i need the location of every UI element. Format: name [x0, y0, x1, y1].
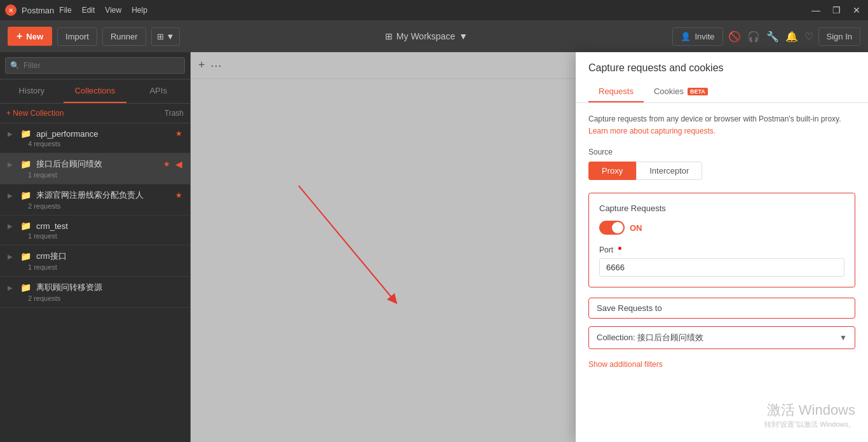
menu-help[interactable]: Help: [132, 6, 147, 15]
folder-icon: 📁: [20, 251, 31, 261]
collection-name: 来源官网注册线索分配负责人: [36, 190, 170, 201]
port-label: Port •: [599, 242, 844, 256]
capture-tabs: Requests Cookies BETA: [588, 81, 855, 102]
capture-body: Capture requests from any device or brow…: [576, 103, 868, 442]
maximize-button[interactable]: ❐: [830, 4, 843, 17]
collection-count: 1 request: [8, 171, 182, 179]
cookies-label: Cookies: [654, 86, 684, 96]
tab-requests[interactable]: Requests: [588, 81, 644, 102]
interceptor-button[interactable]: Interceptor: [636, 162, 702, 180]
main-toolbar: + New Import Runner ⊞ ▼ ⊞ My Workspace ▼…: [0, 20, 868, 52]
sidebar-actions: + New Collection Trash: [0, 104, 190, 123]
collection-name: 离职顾问转移资源: [36, 282, 182, 293]
toolbar-center: ⊞ My Workspace ▼: [185, 31, 667, 41]
collection-selector[interactable]: Collection: 接口后台顾问绩效 ▼: [588, 326, 855, 349]
menu-edit[interactable]: Edit: [82, 6, 95, 15]
headphone-icon[interactable]: 🎧: [747, 31, 760, 43]
watermark-line2: 转到"设置"以激活 Windows。: [764, 420, 856, 429]
workspace-chevron-icon: ▼: [459, 31, 468, 41]
collection-selector-text: Collection: 接口后台顾问绩效: [597, 332, 703, 343]
person-icon: 👤: [681, 32, 691, 41]
tab-cookies[interactable]: Cookies BETA: [644, 81, 718, 102]
expand-arrow-icon: ▶: [8, 284, 15, 291]
app-name: Postman: [22, 6, 54, 15]
list-item[interactable]: ▶ 📁 来源官网注册线索分配负责人 ★ 2 requests: [0, 184, 190, 216]
menu-bar: File Edit View Help: [59, 6, 147, 15]
tab-apis[interactable]: APIs: [126, 79, 190, 103]
main-layout: 🔍 History Collections APIs + New Collect…: [0, 52, 868, 442]
trash-button[interactable]: Trash: [165, 109, 184, 118]
sidebar-search-area: 🔍: [0, 52, 190, 79]
runner-button[interactable]: Runner: [102, 27, 146, 46]
dropdown-chevron-icon: ▼: [839, 333, 847, 342]
signin-button[interactable]: Sign In: [818, 27, 860, 46]
source-label: Source: [588, 148, 855, 156]
collection-count: 1 request: [8, 232, 182, 240]
workspace-label: My Workspace: [397, 31, 455, 41]
new-button[interactable]: + New: [8, 27, 52, 46]
collection-row: ▶ 📁 api_performance ★: [8, 128, 182, 139]
heart-icon[interactable]: ♡: [804, 31, 813, 43]
postman-logo: [5, 4, 17, 16]
collection-name: crm_test: [36, 221, 182, 231]
collection-count: 1 request: [8, 263, 182, 271]
tab-collections[interactable]: Collections: [64, 79, 127, 103]
show-filters-link[interactable]: Show additional filters: [588, 360, 663, 369]
close-button[interactable]: ✕: [850, 4, 863, 17]
learn-more-link[interactable]: Learn more about capturing requests.: [588, 127, 715, 135]
menu-file[interactable]: File: [59, 6, 71, 15]
toolbar-right: 👤 Invite 🚫 🎧 🔧 🔔 ♡ Sign In: [672, 27, 860, 46]
list-item[interactable]: ▶ 📁 接口后台顾问绩效 ★ ◀ 1 request: [0, 153, 190, 184]
collection-name: crm接口: [36, 251, 182, 262]
expand-arrow-icon: ▶: [8, 192, 15, 199]
workspace-button[interactable]: ⊞ My Workspace ▼: [385, 31, 468, 41]
list-item[interactable]: ▶ 📁 crm接口 1 request: [0, 245, 190, 277]
proxy-button[interactable]: Proxy: [588, 162, 636, 180]
bell-icon[interactable]: 🔔: [785, 31, 798, 43]
port-input[interactable]: [599, 258, 844, 277]
new-collection-button[interactable]: + New Collection: [6, 109, 64, 118]
expand-arrow-icon: ▶: [8, 130, 15, 137]
list-item[interactable]: ▶ 📁 crm_test 1 request: [0, 216, 190, 245]
builder-button[interactable]: ⊞ ▼: [151, 27, 180, 46]
window-controls: — ❐ ✕: [810, 4, 863, 17]
toggle-knob: [612, 222, 623, 233]
capture-panel: Capture requests and cookies Requests Co…: [576, 52, 868, 442]
tab-history[interactable]: History: [0, 79, 64, 103]
source-buttons: Proxy Interceptor: [588, 162, 855, 180]
import-button[interactable]: Import: [57, 27, 97, 46]
folder-icon: 📁: [20, 282, 31, 293]
eye-slash-icon[interactable]: 🚫: [728, 31, 741, 43]
sidebar-tabs: History Collections APIs: [0, 79, 190, 104]
list-item[interactable]: ▶ 📁 api_performance ★ 4 requests: [0, 123, 190, 153]
red-arrow-icon: ◀: [175, 159, 182, 169]
watermark-line1: 激活 Windows: [764, 401, 856, 420]
capture-title: Capture requests and cookies: [588, 62, 855, 74]
beta-badge: BETA: [688, 88, 708, 95]
collections-list: ▶ 📁 api_performance ★ 4 requests ▶ 📁 接口后…: [0, 123, 190, 442]
folder-icon: 📁: [20, 221, 31, 231]
toggle-on-label: ON: [630, 223, 642, 233]
capture-toggle[interactable]: [599, 221, 625, 235]
invite-button[interactable]: 👤 Invite: [672, 27, 722, 46]
collection-name: 接口后台顾问绩效: [36, 158, 158, 170]
search-icon: 🔍: [10, 61, 20, 70]
content-area: + ⋯ Capture requests and cookies Request…: [191, 52, 868, 442]
windows-watermark: 激活 Windows 转到"设置"以激活 Windows。: [764, 401, 856, 429]
toggle-row: ON: [599, 221, 844, 235]
capture-header: Capture requests and cookies Requests Co…: [576, 52, 868, 103]
titlebar: Postman File Edit View Help — ❐ ✕: [0, 0, 868, 20]
menu-view[interactable]: View: [105, 6, 121, 15]
workspace-grid-icon: ⊞: [385, 31, 393, 41]
filter-input[interactable]: [5, 57, 185, 74]
minimize-button[interactable]: —: [810, 4, 822, 17]
star-icon: ★: [175, 129, 182, 138]
wrench-icon[interactable]: 🔧: [766, 31, 779, 43]
plus-icon: +: [17, 31, 22, 42]
list-item[interactable]: ▶ 📁 离职顾问转移资源 2 requests: [0, 277, 190, 308]
search-wrapper: 🔍: [5, 57, 185, 74]
expand-arrow-icon: ▶: [8, 253, 15, 260]
collection-row: ▶ 📁 crm_test: [8, 221, 182, 231]
save-requests-label: Save Requests to: [597, 303, 847, 313]
collection-count: 2 requests: [8, 202, 182, 210]
